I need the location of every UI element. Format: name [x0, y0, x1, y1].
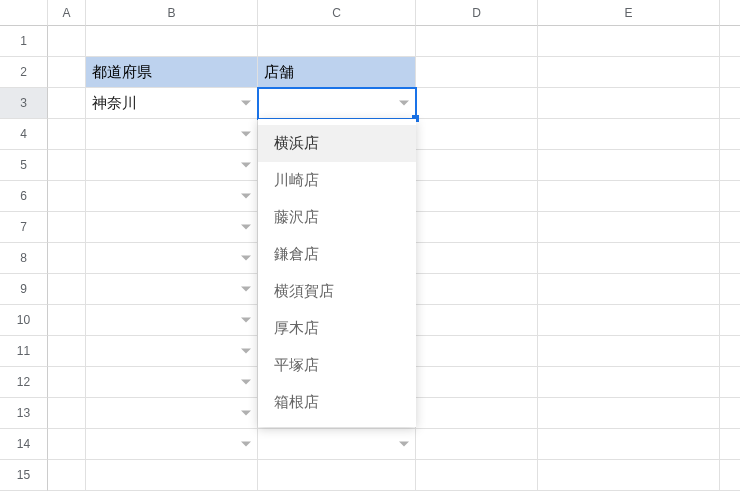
cell-overflow[interactable]	[720, 429, 740, 460]
cell-E4[interactable]	[538, 119, 720, 150]
cell-B15[interactable]	[86, 460, 258, 491]
cell-overflow[interactable]	[720, 243, 740, 274]
dropdown-option[interactable]: 鎌倉店	[258, 236, 416, 273]
dropdown-option[interactable]: 箱根店	[258, 384, 416, 421]
dropdown-arrow-icon[interactable]	[241, 194, 251, 199]
row-header-11[interactable]: 11	[0, 336, 48, 367]
dropdown-arrow-icon[interactable]	[241, 318, 251, 323]
cell-overflow[interactable]	[720, 181, 740, 212]
cell-D7[interactable]	[416, 212, 538, 243]
row-header-9[interactable]: 9	[0, 274, 48, 305]
dropdown-option[interactable]: 平塚店	[258, 347, 416, 384]
cell-D11[interactable]	[416, 336, 538, 367]
col-header-D[interactable]: D	[416, 0, 538, 26]
row-header-4[interactable]: 4	[0, 119, 48, 150]
cell-D5[interactable]	[416, 150, 538, 181]
cell-B11[interactable]	[86, 336, 258, 367]
cell-D12[interactable]	[416, 367, 538, 398]
cell-B3[interactable]: 神奈川	[86, 88, 258, 119]
dropdown-arrow-icon[interactable]	[241, 442, 251, 447]
cell-E9[interactable]	[538, 274, 720, 305]
cell-E10[interactable]	[538, 305, 720, 336]
row-header-13[interactable]: 13	[0, 398, 48, 429]
cell-E12[interactable]	[538, 367, 720, 398]
cell-A4[interactable]	[48, 119, 86, 150]
col-header-E[interactable]: E	[538, 0, 720, 26]
col-header-overflow[interactable]	[720, 0, 740, 26]
cell-B1[interactable]	[86, 26, 258, 57]
dropdown-arrow-icon[interactable]	[241, 380, 251, 385]
cell-A12[interactable]	[48, 367, 86, 398]
row-header-2[interactable]: 2	[0, 57, 48, 88]
cell-C14[interactable]	[258, 429, 416, 460]
dropdown-arrow-icon[interactable]	[241, 256, 251, 261]
dropdown-option[interactable]: 横浜店	[258, 125, 416, 162]
dropdown-option[interactable]: 厚木店	[258, 310, 416, 347]
cell-A7[interactable]	[48, 212, 86, 243]
cell-C2[interactable]: 店舗	[258, 57, 416, 88]
cell-A15[interactable]	[48, 460, 86, 491]
cell-E14[interactable]	[538, 429, 720, 460]
cell-D6[interactable]	[416, 181, 538, 212]
cell-overflow[interactable]	[720, 57, 740, 88]
cell-C3[interactable]	[258, 88, 416, 119]
cell-A5[interactable]	[48, 150, 86, 181]
cell-D2[interactable]	[416, 57, 538, 88]
cell-overflow[interactable]	[720, 26, 740, 57]
cell-A9[interactable]	[48, 274, 86, 305]
cell-A8[interactable]	[48, 243, 86, 274]
row-header-3[interactable]: 3	[0, 88, 48, 119]
cell-B13[interactable]	[86, 398, 258, 429]
row-header-15[interactable]: 15	[0, 460, 48, 491]
row-header-12[interactable]: 12	[0, 367, 48, 398]
cell-D9[interactable]	[416, 274, 538, 305]
cell-B7[interactable]	[86, 212, 258, 243]
dropdown-option[interactable]: 川崎店	[258, 162, 416, 199]
cell-D15[interactable]	[416, 460, 538, 491]
dropdown-arrow-icon[interactable]	[241, 163, 251, 168]
cell-E2[interactable]	[538, 57, 720, 88]
col-header-C[interactable]: C	[258, 0, 416, 26]
dropdown-arrow-icon[interactable]	[241, 287, 251, 292]
cell-overflow[interactable]	[720, 398, 740, 429]
row-header-7[interactable]: 7	[0, 212, 48, 243]
dropdown-arrow-icon[interactable]	[399, 101, 409, 106]
cell-E7[interactable]	[538, 212, 720, 243]
cell-overflow[interactable]	[720, 460, 740, 491]
cell-D1[interactable]	[416, 26, 538, 57]
col-header-A[interactable]: A	[48, 0, 86, 26]
cell-E15[interactable]	[538, 460, 720, 491]
dropdown-arrow-icon[interactable]	[241, 132, 251, 137]
cell-overflow[interactable]	[720, 274, 740, 305]
cell-overflow[interactable]	[720, 212, 740, 243]
row-header-10[interactable]: 10	[0, 305, 48, 336]
row-header-8[interactable]: 8	[0, 243, 48, 274]
cell-C15[interactable]	[258, 460, 416, 491]
cell-B9[interactable]	[86, 274, 258, 305]
cell-A14[interactable]	[48, 429, 86, 460]
cell-E5[interactable]	[538, 150, 720, 181]
cell-D8[interactable]	[416, 243, 538, 274]
cell-A6[interactable]	[48, 181, 86, 212]
cell-A10[interactable]	[48, 305, 86, 336]
row-header-6[interactable]: 6	[0, 181, 48, 212]
cell-D10[interactable]	[416, 305, 538, 336]
cell-D13[interactable]	[416, 398, 538, 429]
dropdown-arrow-icon[interactable]	[241, 411, 251, 416]
cell-D14[interactable]	[416, 429, 538, 460]
cell-overflow[interactable]	[720, 88, 740, 119]
cell-overflow[interactable]	[720, 336, 740, 367]
cell-A13[interactable]	[48, 398, 86, 429]
cell-B4[interactable]	[86, 119, 258, 150]
cell-overflow[interactable]	[720, 367, 740, 398]
dropdown-option[interactable]: 横須賀店	[258, 273, 416, 310]
cell-E13[interactable]	[538, 398, 720, 429]
dropdown-arrow-icon[interactable]	[399, 442, 409, 447]
cell-B14[interactable]	[86, 429, 258, 460]
cell-A2[interactable]	[48, 57, 86, 88]
cell-D4[interactable]	[416, 119, 538, 150]
cell-A1[interactable]	[48, 26, 86, 57]
dropdown-arrow-icon[interactable]	[241, 349, 251, 354]
dropdown-arrow-icon[interactable]	[241, 225, 251, 230]
cell-E3[interactable]	[538, 88, 720, 119]
